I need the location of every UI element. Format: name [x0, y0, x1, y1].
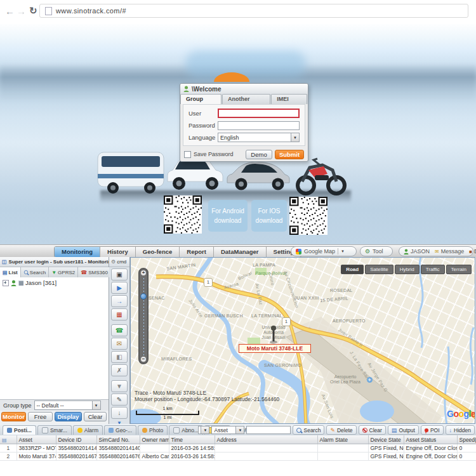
submit-button[interactable]: Submit [275, 150, 304, 159]
group-type-select[interactable]: -- Default -- ▼ [34, 400, 101, 410]
tab-smart[interactable]: Smar... [37, 425, 72, 435]
map-type-traffic[interactable]: Traffic [421, 265, 445, 274]
header-asset-status[interactable]: Asset Status [404, 435, 457, 444]
tab-list[interactable]: ▤ List [0, 267, 21, 277]
cmd-edit-button[interactable]: ✎ [111, 393, 128, 406]
chevron-down-icon[interactable]: ▼ [201, 426, 209, 433]
map-provider-select[interactable]: Google Map ▼ [291, 246, 357, 256]
header-asset[interactable]: Asset [17, 435, 56, 444]
tab-report[interactable]: Report [180, 247, 214, 257]
map-zoom-slider[interactable]: + − [138, 268, 149, 364]
table-row[interactable]: 1 3833RZP - MOTO 355488020141408 3554880… [0, 444, 476, 453]
expand-icon[interactable] [3, 280, 9, 286]
header-simcard[interactable]: SimCard No. [96, 435, 140, 444]
header-time[interactable]: Time [169, 435, 215, 444]
header-device-state[interactable]: Device State [368, 435, 404, 444]
street-label: LA PAMPA [253, 263, 275, 267]
tool-button[interactable]: ⚙ Tool [360, 246, 393, 256]
poi-pin-icon [425, 428, 428, 432]
reload-icon[interactable]: ↻ [29, 3, 37, 18]
cmd-close-button[interactable]: ✗ [111, 364, 128, 376]
cmd-filter-button[interactable]: ▼ [111, 380, 128, 392]
cmd-playback-button[interactable]: ▶ [111, 282, 128, 294]
user-input[interactable] [218, 109, 300, 118]
tab-imei-user[interactable]: IMEI User [271, 94, 307, 104]
free-button[interactable]: Free [28, 412, 53, 421]
cmd-schedule-button[interactable]: ▦ [111, 308, 128, 321]
map-type-hybrid[interactable]: Hybrid [395, 265, 420, 274]
header-speed[interactable]: Speed(km/h) [457, 435, 476, 444]
cmd-message-button[interactable]: ✉ [111, 338, 128, 350]
user-menu[interactable]: JASON [404, 248, 430, 255]
tab-geofence[interactable]: Geo-... [104, 425, 136, 435]
android-download-button[interactable]: For Android download [208, 200, 248, 232]
alarm-icon [77, 428, 83, 433]
tab-group-user[interactable]: Group User [180, 94, 221, 104]
clear-button[interactable]: Clear [84, 412, 107, 421]
grid-icon: ▤ [2, 437, 7, 443]
cmd-call-button[interactable]: ☎ [111, 324, 128, 336]
tab-geo-fence[interactable]: Geo-fence [136, 247, 180, 257]
map-type-satellite[interactable]: Satellite [365, 265, 393, 274]
tab-monitoring[interactable]: Monitoring [55, 247, 100, 257]
cmd-screen-button[interactable]: ▣ [111, 268, 128, 281]
map-type-terrain[interactable]: Terrain [446, 265, 472, 274]
demo-button[interactable]: Demo [246, 150, 272, 159]
tab-sms[interactable]: ☎ SMS360 [78, 267, 110, 277]
back-icon[interactable]: ← [5, 4, 15, 19]
map-type-road[interactable]: Road [341, 265, 364, 274]
message-button[interactable]: ✉ Message [435, 248, 464, 255]
tree-item-jason[interactable]: Jason [361] [0, 277, 109, 286]
screen: ← → ↻ www.sinotrack.com/# [0, 0, 476, 476]
zoom-in-icon[interactable]: + [141, 270, 146, 275]
address-bar[interactable]: www.sinotrack.com/# [39, 4, 468, 18]
display-button[interactable]: Display [55, 412, 82, 421]
notice-select[interactable]: ▼ [198, 426, 209, 434]
vehicle-marker-label[interactable]: Moto Maruti 3748-LLE [239, 344, 311, 353]
password-input[interactable] [218, 121, 300, 130]
tab-position[interactable]: Posti... [3, 425, 36, 435]
filter-input[interactable] [246, 426, 291, 434]
chevron-down-icon[interactable]: ▼ [341, 249, 345, 253]
monitor-button[interactable]: Monitor [1, 412, 26, 421]
zoom-out-icon[interactable]: − [141, 357, 146, 362]
cmd-send-button[interactable]: → [111, 295, 128, 307]
tab-another-name[interactable]: Another Name [222, 94, 270, 104]
search-icon [24, 270, 28, 274]
clear-button[interactable]: Clear [359, 425, 386, 435]
forward-icon[interactable]: → [17, 4, 26, 19]
exit-button[interactable]: ■ Exit [469, 248, 476, 255]
header-address[interactable]: Address [215, 435, 317, 444]
map-canvas[interactable]: Road Satellite Hybrid Traffic Terrain + … [130, 257, 475, 424]
url-text[interactable]: www.sinotrack.com/# [56, 7, 126, 15]
tab-gprs[interactable]: ▼ GPRS2 [49, 267, 78, 277]
tab-alarm[interactable]: Alarm [73, 425, 103, 435]
chevron-down-icon[interactable]: ▼ [235, 426, 244, 433]
vehicle-marker[interactable] [270, 325, 277, 344]
header-device-id[interactable]: Device ID [56, 435, 96, 444]
language-select[interactable]: English ▼ [218, 133, 300, 142]
cmd-media-button[interactable]: ◧ [111, 351, 128, 363]
asset-filter-select[interactable]: Asset ▼ [211, 426, 244, 434]
zoom-handle[interactable] [140, 293, 147, 300]
app-toolbar: Monitoring History Geo-fence Report Data… [0, 244, 476, 258]
tab-search[interactable]: Search [21, 267, 49, 277]
header-select[interactable]: ▤ [0, 435, 17, 444]
cmd-cart-button[interactable]: ↓ [111, 407, 128, 419]
search-button[interactable]: Search [293, 425, 324, 435]
tab-photo[interactable]: Photo [138, 425, 168, 435]
table-row[interactable]: 2 Moto Maruti 3748-LL 355488020146769 35… [0, 453, 476, 461]
hidden-button[interactable]: ↓ Hidden [446, 425, 475, 435]
asset-filter-value: Asset [214, 427, 227, 433]
header-owner[interactable]: Owner name [140, 435, 169, 444]
tab-datamanager[interactable]: DataManager [214, 247, 267, 257]
save-password-checkbox[interactable] [184, 151, 191, 158]
tab-history[interactable]: History [100, 247, 136, 257]
chevron-down-icon[interactable]: ▼ [291, 133, 299, 142]
chevron-down-icon[interactable]: ▼ [92, 401, 100, 409]
ios-download-button[interactable]: For IOS download [251, 200, 287, 232]
poi-button[interactable]: POI [421, 425, 444, 435]
output-button[interactable]: ▤ Output [388, 425, 419, 435]
header-alarm-state[interactable]: Alarm State [317, 435, 368, 444]
delete-button[interactable]: ✎ Delete [326, 425, 356, 435]
